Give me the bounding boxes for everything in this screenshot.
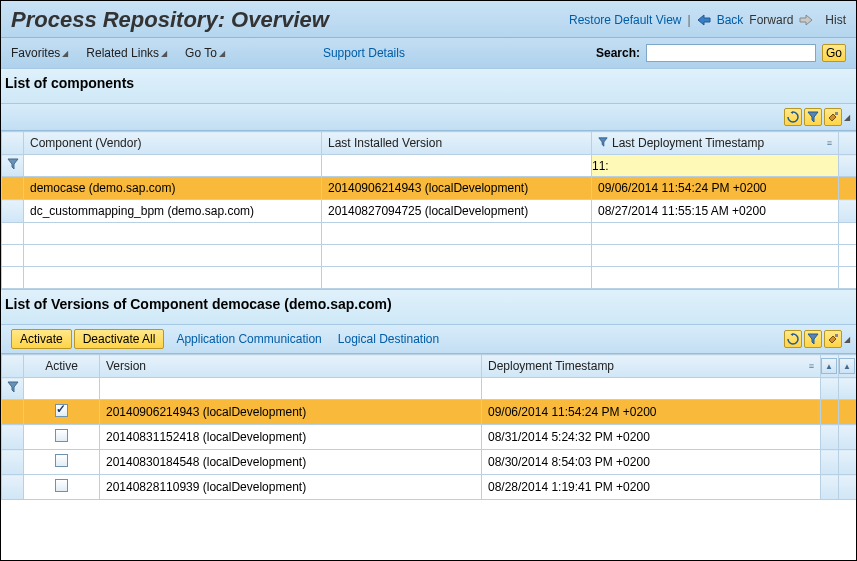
- filter-component-input[interactable]: [24, 156, 321, 176]
- row-handle[interactable]: [2, 200, 24, 223]
- back-link[interactable]: Back: [717, 13, 744, 27]
- scroll-cell: [821, 450, 839, 475]
- filter-button[interactable]: [804, 330, 822, 348]
- table-row[interactable]: democase (demo.sap.com)20140906214943 (l…: [2, 177, 857, 200]
- filter-version[interactable]: [100, 378, 482, 400]
- go-button[interactable]: Go: [822, 44, 846, 62]
- row-handle[interactable]: [2, 450, 24, 475]
- cell-active[interactable]: [24, 400, 100, 425]
- filter-icon-cell[interactable]: [2, 155, 24, 177]
- filter-version[interactable]: [322, 155, 592, 177]
- favorites-label: Favorites: [11, 46, 60, 60]
- history-link[interactable]: Hist: [825, 13, 846, 27]
- row-handle-header: [2, 132, 24, 155]
- go-to-menu[interactable]: Go To ◢: [185, 46, 225, 60]
- col-active[interactable]: Active: [24, 355, 100, 378]
- go-to-label: Go To: [185, 46, 217, 60]
- cell-timestamp: 09/06/2014 11:54:24 PM +0200: [592, 177, 839, 200]
- active-checkbox[interactable]: [55, 429, 68, 442]
- cell-component: dc_custommapping_bpm (demo.sap.com): [24, 200, 322, 223]
- col-version[interactable]: Version: [100, 355, 482, 378]
- filter-component[interactable]: [24, 155, 322, 177]
- refresh-button[interactable]: [784, 330, 802, 348]
- filter-timestamp[interactable]: 11:: [592, 155, 839, 177]
- table-row[interactable]: 20140830184548 (localDevelopment)08/30/2…: [2, 450, 857, 475]
- versions-table: Active Version Deployment Timestamp ≡ ▲ …: [1, 354, 857, 500]
- settings-button[interactable]: [824, 108, 842, 126]
- chevron-down-icon[interactable]: ◢: [844, 335, 850, 344]
- scroll-up[interactable]: ▲: [821, 355, 839, 378]
- table-row[interactable]: 20140906214943 (localDevelopment)09/06/2…: [2, 400, 857, 425]
- col-component[interactable]: Component (Vendor): [24, 132, 322, 155]
- cell-component: democase (demo.sap.com): [24, 177, 322, 200]
- col-timestamp[interactable]: Deployment Timestamp ≡: [482, 355, 821, 378]
- chevron-down-icon[interactable]: ◢: [844, 113, 850, 122]
- related-links-menu[interactable]: Related Links ◢: [86, 46, 167, 60]
- row-handle[interactable]: [2, 425, 24, 450]
- versions-table-wrap: Active Version Deployment Timestamp ≡ ▲ …: [1, 354, 856, 500]
- refresh-button[interactable]: [784, 108, 802, 126]
- back-arrow-icon[interactable]: [697, 14, 711, 26]
- components-table-toolbar: ◢: [1, 104, 856, 131]
- active-checkbox[interactable]: [55, 454, 68, 467]
- filter-button[interactable]: [804, 108, 822, 126]
- filter-row: 11:: [2, 155, 857, 177]
- cell-version: 20140831152418 (localDevelopment): [100, 425, 482, 450]
- search-input[interactable]: [646, 44, 816, 62]
- scroll-cell: [839, 450, 857, 475]
- filter-timestamp[interactable]: [482, 378, 821, 400]
- scroll-cell: [821, 475, 839, 500]
- scroll-cell: [839, 155, 857, 177]
- cell-timestamp: 08/28/2014 1:19:41 PM +0200: [482, 475, 821, 500]
- support-details-link[interactable]: Support Details: [323, 46, 405, 60]
- cell-version: 20140828110939 (localDevelopment): [100, 475, 482, 500]
- table-header-row: Active Version Deployment Timestamp ≡ ▲ …: [2, 355, 857, 378]
- scroll-cell: [839, 475, 857, 500]
- scroll-cell: [821, 378, 839, 400]
- scroll-cell: [839, 378, 857, 400]
- cell-active[interactable]: [24, 450, 100, 475]
- table-row[interactable]: 20140828110939 (localDevelopment)08/28/2…: [2, 475, 857, 500]
- favorites-menu[interactable]: Favorites ◢: [11, 46, 68, 60]
- cell-active[interactable]: [24, 475, 100, 500]
- filter-active[interactable]: [24, 378, 100, 400]
- app-communication-link[interactable]: Application Communication: [176, 332, 321, 346]
- cell-timestamp: 09/06/2014 11:54:24 PM +0200: [482, 400, 821, 425]
- row-handle[interactable]: [2, 177, 24, 200]
- sort-icon[interactable]: ≡: [809, 361, 814, 371]
- filter-icon-cell[interactable]: [2, 378, 24, 400]
- components-table-wrap: Component (Vendor) Last Installed Versio…: [1, 131, 856, 289]
- scroll-cell: [839, 200, 857, 223]
- cell-active[interactable]: [24, 425, 100, 450]
- scroll-cell: [839, 177, 857, 200]
- forward-arrow-icon[interactable]: [799, 14, 813, 26]
- cell-timestamp: 08/30/2014 8:54:03 PM +0200: [482, 450, 821, 475]
- col-timestamp[interactable]: Last Deployment Timestamp ≡: [592, 132, 839, 155]
- toolbar: Favorites ◢ Related Links ◢ Go To ◢ Supp…: [1, 37, 856, 68]
- separator: |: [688, 13, 691, 27]
- scroll-cell: [821, 425, 839, 450]
- deactivate-all-button[interactable]: Deactivate All: [74, 329, 165, 349]
- activate-button[interactable]: Activate: [11, 329, 72, 349]
- active-checkbox[interactable]: [55, 404, 68, 417]
- scroll-cell: [839, 400, 857, 425]
- logical-destination-link[interactable]: Logical Destination: [338, 332, 439, 346]
- table-row-empty: [2, 223, 857, 245]
- settings-button[interactable]: [824, 330, 842, 348]
- svg-rect-1: [835, 334, 838, 337]
- versions-section-header: List of Versions of Component democase (…: [1, 289, 856, 325]
- row-handle[interactable]: [2, 400, 24, 425]
- sort-icon[interactable]: ≡: [827, 138, 832, 148]
- scroll-up-alt[interactable]: ▲: [839, 355, 857, 378]
- table-row[interactable]: 20140831152418 (localDevelopment)08/31/2…: [2, 425, 857, 450]
- table-row[interactable]: dc_custommapping_bpm (demo.sap.com)20140…: [2, 200, 857, 223]
- scroll-header: [839, 132, 857, 155]
- restore-default-view-link[interactable]: Restore Default View: [569, 13, 682, 27]
- table-header-row: Component (Vendor) Last Installed Versio…: [2, 132, 857, 155]
- col-version[interactable]: Last Installed Version: [322, 132, 592, 155]
- cell-timestamp: 08/31/2014 5:24:32 PM +0200: [482, 425, 821, 450]
- row-handle[interactable]: [2, 475, 24, 500]
- row-handle-header: [2, 355, 24, 378]
- active-checkbox[interactable]: [55, 479, 68, 492]
- filter-version-input[interactable]: [322, 156, 591, 176]
